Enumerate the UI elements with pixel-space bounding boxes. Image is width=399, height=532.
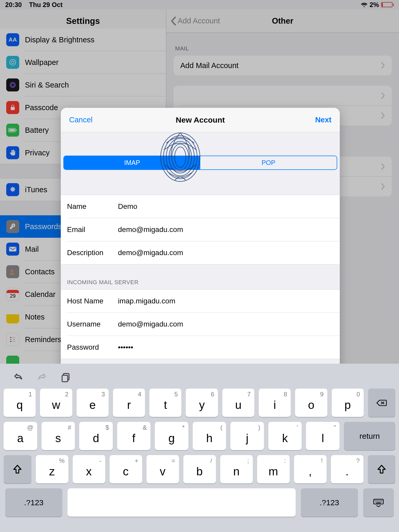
- key-n[interactable]: ;n: [220, 455, 253, 483]
- svg-rect-30: [382, 500, 382, 501]
- sidebar-item-label: Battery: [25, 127, 49, 134]
- status-time-date: 20:30 Thu 29 Oct: [5, 1, 63, 9]
- key-f[interactable]: &f: [117, 422, 151, 450]
- svg-point-8: [11, 270, 13, 272]
- username-row[interactable]: Username demo@migadu.com: [61, 313, 340, 336]
- key-d[interactable]: $d: [79, 422, 113, 450]
- key-e[interactable]: 3e: [77, 389, 109, 417]
- sidebar-item-siri[interactable]: Siri & Search: [0, 74, 166, 96]
- description-row[interactable]: Description demo@migadu.com: [61, 241, 340, 264]
- key-numbers-right[interactable]: .?123: [301, 488, 358, 517]
- protocol-segmented-control[interactable]: IMAP POP: [63, 156, 337, 170]
- sidebar-item-label: Siri & Search: [25, 81, 69, 89]
- key-a[interactable]: @a: [4, 422, 37, 450]
- svg-point-3: [11, 83, 15, 87]
- sidebar-item-label: Passcode: [25, 104, 58, 111]
- key-z[interactable]: %z: [36, 455, 68, 483]
- host-row[interactable]: Host Name imap.migadu.com: [61, 290, 340, 312]
- notes-icon: [6, 310, 19, 323]
- clipboard-button[interactable]: [60, 372, 72, 383]
- password-row[interactable]: Password ••••••: [61, 336, 340, 359]
- wifi-icon: [361, 2, 368, 7]
- key-shift-left[interactable]: [4, 455, 31, 483]
- sidebar-item-label: Wallpaper: [25, 59, 58, 66]
- status-date: Thu 29 Oct: [29, 1, 63, 8]
- svg-rect-33: [378, 502, 379, 502]
- hand-icon: [6, 146, 19, 159]
- key-u[interactable]: 7u: [222, 389, 254, 417]
- reminders-icon: [6, 333, 19, 346]
- key-backspace[interactable]: [368, 389, 395, 417]
- description-value[interactable]: demo@migadu.com: [118, 249, 183, 257]
- key-y[interactable]: 6y: [186, 389, 218, 417]
- tab-pop[interactable]: POP: [200, 156, 337, 169]
- back-label: Add Account: [178, 17, 220, 25]
- sidebar-item-display[interactable]: AA Display & Brightness: [0, 29, 166, 51]
- wallpaper-icon: [6, 56, 19, 69]
- redo-button[interactable]: [36, 372, 48, 383]
- incoming-header: INCOMING MAIL SERVER: [61, 264, 340, 289]
- svg-rect-32: [377, 502, 377, 502]
- key-h[interactable]: (h: [193, 422, 226, 450]
- key-i[interactable]: 8i: [259, 389, 291, 417]
- key-hide-keyboard[interactable]: [363, 488, 394, 517]
- key-x[interactable]: -x: [73, 455, 105, 483]
- sidebar-item-label: iTunes: [25, 186, 47, 194]
- sidebar-item-label: Calendar: [25, 291, 56, 298]
- sidebar-item-label: Reminders: [25, 336, 61, 343]
- hidden-row-1[interactable]: [174, 86, 392, 105]
- key-r[interactable]: 4r: [113, 389, 145, 417]
- key-comma[interactable]: !,: [294, 455, 327, 483]
- svg-point-1: [11, 61, 14, 64]
- name-label: Name: [67, 202, 118, 211]
- key-s[interactable]: #s: [42, 422, 75, 450]
- sidebar-item-label: Mail: [25, 245, 39, 253]
- settings-title: Settings: [66, 16, 100, 26]
- back-button[interactable]: Add Account: [166, 17, 220, 25]
- key-q[interactable]: 1q: [4, 389, 36, 417]
- add-mail-account-row[interactable]: Add Mail Account: [174, 56, 392, 75]
- key-v[interactable]: =v: [147, 455, 179, 483]
- key-p[interactable]: 0p: [332, 389, 364, 417]
- display-icon: AA: [6, 33, 19, 46]
- next-button[interactable]: Next: [315, 116, 331, 124]
- sidebar-item-label: Privacy: [25, 149, 50, 157]
- key-k[interactable]: 'k: [268, 422, 302, 450]
- svg-point-0: [10, 59, 16, 65]
- key-o[interactable]: 9o: [295, 389, 327, 417]
- key-g[interactable]: *g: [155, 422, 188, 450]
- siri-icon: [6, 78, 19, 91]
- sidebar-item-label: Passwords: [25, 223, 62, 230]
- keyboard: 1q2w3e4r5t6y7u8i9o0p @a#s$d&f*g(h)j'k"lr…: [0, 364, 399, 532]
- key-numbers-left[interactable]: .?123: [5, 488, 62, 517]
- key-icon: [6, 220, 19, 233]
- tab-imap[interactable]: IMAP: [64, 156, 200, 169]
- name-value[interactable]: Demo: [118, 202, 137, 211]
- email-row[interactable]: Email demo@migadu.com: [61, 218, 340, 241]
- cancel-button[interactable]: Cancel: [69, 116, 92, 124]
- host-value[interactable]: imap.migadu.com: [118, 297, 175, 305]
- sidebar-item-wallpaper[interactable]: Wallpaper: [0, 51, 166, 74]
- key-j[interactable]: )j: [230, 422, 264, 450]
- key-period[interactable]: ?.: [331, 455, 363, 483]
- key-shift-right[interactable]: [368, 455, 395, 483]
- name-row[interactable]: Name Demo: [61, 195, 340, 218]
- key-t[interactable]: 5t: [149, 389, 181, 417]
- key-return[interactable]: return: [344, 422, 395, 450]
- key-b[interactable]: /b: [183, 455, 216, 483]
- contacts-icon: [6, 265, 19, 278]
- svg-rect-28: [379, 500, 380, 501]
- key-space[interactable]: [68, 488, 296, 517]
- svg-point-9: [10, 337, 11, 338]
- password-value[interactable]: ••••••: [118, 343, 133, 351]
- key-c[interactable]: +c: [110, 455, 142, 483]
- email-value[interactable]: demo@migadu.com: [118, 225, 183, 234]
- key-w[interactable]: 2w: [40, 389, 72, 417]
- svg-rect-5: [16, 129, 17, 131]
- key-l[interactable]: "l: [306, 422, 340, 450]
- svg-point-10: [10, 339, 11, 340]
- undo-button[interactable]: [12, 372, 24, 383]
- username-value[interactable]: demo@migadu.com: [118, 320, 183, 328]
- sidebar-item-label: Contacts: [25, 268, 55, 276]
- key-m[interactable]: :m: [257, 455, 290, 483]
